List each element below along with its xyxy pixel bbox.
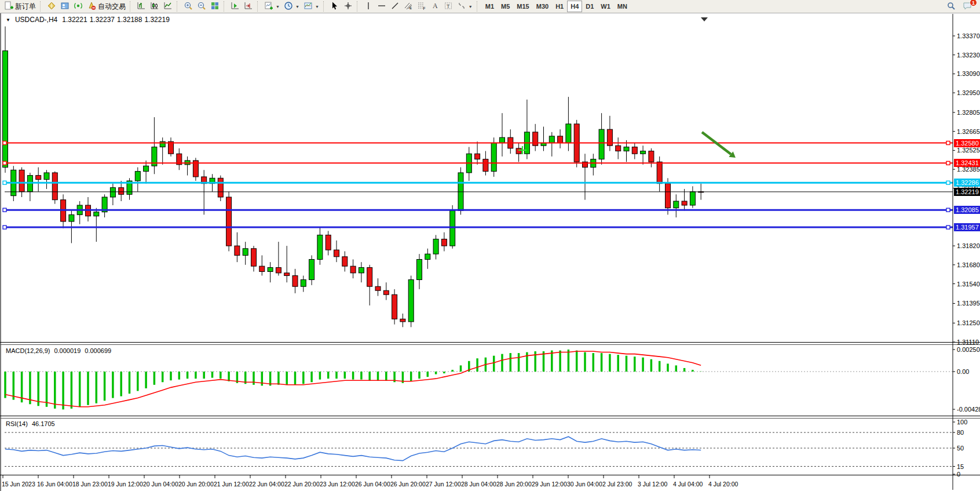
zoom-in-button[interactable] [182,1,195,12]
macd-tick-label: -0.004283 [957,406,980,413]
cursor-button[interactable] [328,1,341,12]
horizontal-line-button[interactable] [375,1,388,12]
line-chart-button[interactable] [162,1,174,12]
timeframe-mn-button[interactable]: MN [614,1,631,12]
candle-bearish [350,266,356,273]
line-handle[interactable] [946,181,950,184]
chart-title: ▼ USDCAD-,H4 1.32221 1.32237 1.32188 1.3… [6,16,170,24]
search-button[interactable] [945,1,957,12]
candle-bearish [483,159,488,172]
vertical-line-button[interactable] [362,1,375,12]
text-button[interactable]: A [429,1,441,12]
text-label-button[interactable]: T [442,1,455,12]
navigator-icon [60,1,70,12]
indicators-icon [264,1,273,12]
price-tick-label: 1.31820 [957,242,980,249]
svg-text:T: T [447,3,450,9]
candle-bullish [3,51,8,168]
candle-bearish [383,290,389,294]
candle-bullish [408,280,414,322]
candle-bullish [301,280,306,287]
fibonacci-button[interactable]: F [415,1,428,12]
candle-bearish [375,286,381,290]
candle-bearish [276,267,281,272]
timeframe-h1-button[interactable]: H1 [552,1,567,12]
bar-chart-button[interactable] [135,1,148,12]
new-order-button[interactable]: 新订单 [2,1,38,12]
candle-bearish [292,276,298,287]
timeframe-w1-button[interactable]: W1 [597,1,614,12]
price-tick-label: 1.32950 [957,89,980,96]
separator [477,1,480,12]
macd-tick-label: 0.002502 [957,346,980,353]
date-tick-label: 27 Jun 12:00 [426,481,461,488]
candle-bearish [475,154,480,159]
candle-bearish [226,197,232,246]
autotrading-button[interactable]: 自动交易 [85,1,127,12]
timeframe-h4-button[interactable]: H4 [567,1,582,12]
ohlc-close: 1.32219 [144,16,169,24]
line-handle[interactable] [3,141,6,145]
indicators-button[interactable]: ▼ [262,1,281,12]
crosshair-button[interactable] [342,1,354,12]
line-price-badge: 1.32431 [954,159,980,167]
line-handle[interactable] [946,208,950,212]
market-watch-icon [47,1,56,12]
bar-chart-icon [137,1,146,12]
tile-windows-button[interactable] [209,1,221,12]
macd-label-row: MACD(12,26,9) 0.000019 0.000699 [6,347,111,354]
line-handle[interactable] [3,181,6,184]
svg-text:F: F [423,6,425,10]
chart-shift-button[interactable] [242,1,255,12]
rsi-tick-label: 15 [957,463,964,470]
rsi-label-row: RSI(14) 46.1705 [6,420,55,427]
date-tick-label: 19 Jun 12:00 [108,481,143,488]
arrows-shapes-icon [457,1,466,12]
candle-bearish [516,148,521,154]
candle-bearish [259,266,265,271]
candle-bearish [235,246,240,255]
candle-bullish [566,124,571,143]
chart-menu-caret-icon[interactable]: ▼ [6,17,10,23]
periods-button[interactable]: ▼ [282,1,301,12]
date-tick-label: 20 Jun 20:00 [178,481,214,488]
rsi-name: RSI(14) [6,420,28,427]
line-handle[interactable] [946,141,950,145]
timeframe-m30-button[interactable]: M30 [533,1,552,12]
rsi-line [5,437,701,460]
chat-button[interactable]: 1 [961,1,974,12]
separator [40,1,43,12]
equidistant-channel-button[interactable]: E [402,1,415,12]
timeframe-m15-button[interactable]: M15 [513,1,532,12]
timeframe-d1-button[interactable]: D1 [582,1,597,12]
auto-scroll-button[interactable] [229,1,242,12]
timeframe-m5-button[interactable]: M5 [498,1,513,12]
line-handle[interactable] [3,208,6,212]
line-handle[interactable] [3,161,6,165]
arrows-shapes-button[interactable]: ▼ [455,1,474,12]
chart-canvas[interactable] [0,0,980,491]
line-handle[interactable] [946,161,950,165]
chart-shift-marker[interactable] [701,17,708,21]
templates-button[interactable]: ▼ [302,1,321,12]
navigator-button[interactable] [58,1,71,12]
trendline-button[interactable] [389,1,401,12]
zoom-out-button[interactable] [195,1,208,12]
price-tick-label: 1.32805 [957,109,980,116]
date-tick-label: 16 Jun 04:00 [37,481,72,488]
dropdown-caret-icon: ▼ [469,5,473,9]
candlestick-chart-button[interactable] [148,1,161,12]
toolbar: 新订单 自动交易 [0,0,980,13]
candle-bullish [500,137,505,143]
macd-name: MACD(12,26,9) [6,347,50,354]
macd-main-value: 0.000019 [54,347,81,354]
signals-button[interactable] [72,1,85,12]
candle-bearish [284,273,290,276]
candle-bearish [649,151,654,162]
line-price-badge: 1.32286 [954,179,980,187]
timeframe-m1-button[interactable]: M1 [482,1,498,12]
line-handle[interactable] [3,226,6,229]
market-watch-button[interactable] [45,1,58,12]
separator [177,1,180,12]
line-handle[interactable] [946,226,950,229]
